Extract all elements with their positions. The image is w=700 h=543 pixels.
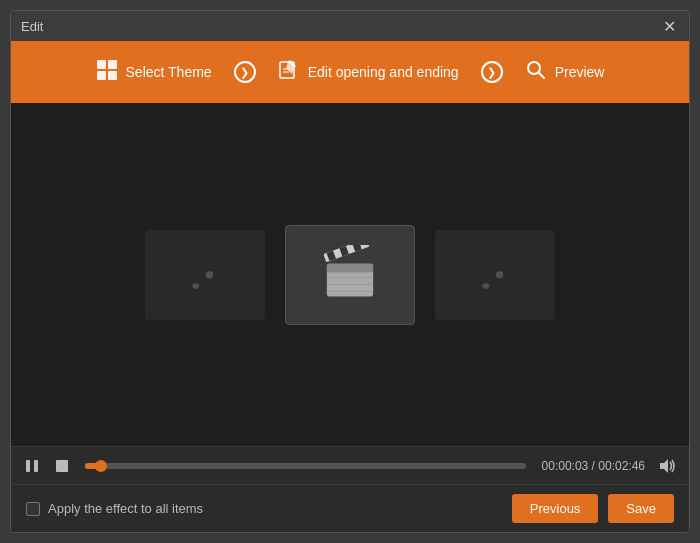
edit-window: Edit ✕ Select Theme ❯ (10, 10, 690, 533)
preview-label: Preview (555, 64, 605, 80)
svg-rect-18 (26, 460, 30, 472)
svg-rect-3 (108, 71, 117, 80)
close-button[interactable]: ✕ (659, 16, 679, 36)
total-time: 00:02:46 (598, 459, 645, 473)
svg-rect-0 (97, 60, 106, 69)
search-icon (525, 59, 547, 86)
svg-line-8 (538, 72, 544, 78)
svg-rect-20 (56, 460, 68, 472)
controls-bar: 00:00:03 / 00:02:46 (11, 446, 689, 484)
apply-text: Apply the effect to all items (48, 501, 203, 516)
progress-track[interactable] (85, 463, 526, 469)
chevron-icon-2: ❯ (487, 66, 496, 79)
apply-label[interactable]: Apply the effect to all items (26, 501, 203, 516)
svg-rect-1 (108, 60, 117, 69)
pause-icon (24, 458, 40, 474)
window-title: Edit (21, 19, 43, 34)
edit-opening-label: Edit opening and ending (308, 64, 459, 80)
select-theme-label: Select Theme (126, 64, 212, 80)
preview-area (11, 103, 689, 446)
pause-button[interactable] (21, 455, 43, 477)
svg-rect-2 (97, 71, 106, 80)
grid-icon (96, 59, 118, 86)
thumbnail-right (435, 230, 555, 320)
toolbar-edit-opening[interactable]: Edit opening and ending (266, 53, 471, 92)
svg-rect-19 (34, 460, 38, 472)
toolbar: Select Theme ❯ Edit opening and ending ❯ (11, 41, 689, 103)
clapper-icon (320, 245, 380, 305)
thumbnail-center (285, 225, 415, 325)
svg-marker-21 (660, 459, 668, 473)
progress-thumb[interactable] (95, 460, 107, 472)
action-buttons: Previous Save (512, 494, 674, 523)
stop-button[interactable] (51, 455, 73, 477)
time-display: 00:00:03 / 00:02:46 (542, 459, 645, 473)
step-separator-1: ❯ (234, 61, 256, 83)
music-icon-left (183, 252, 228, 297)
save-button[interactable]: Save (608, 494, 674, 523)
previous-button[interactable]: Previous (512, 494, 599, 523)
title-bar: Edit ✕ (11, 11, 689, 41)
edit-icon (278, 59, 300, 86)
bottom-bar: Apply the effect to all items Previous S… (11, 484, 689, 532)
step-separator-2: ❯ (481, 61, 503, 83)
chevron-icon-1: ❯ (240, 66, 249, 79)
volume-icon (659, 458, 677, 474)
toolbar-select-theme[interactable]: Select Theme (84, 53, 224, 92)
stop-icon (55, 459, 69, 473)
volume-button[interactable] (657, 455, 679, 477)
thumbnails-container (145, 225, 555, 325)
toolbar-preview[interactable]: Preview (513, 53, 617, 92)
thumbnail-left (145, 230, 265, 320)
apply-checkbox[interactable] (26, 502, 40, 516)
current-time: 00:00:03 (542, 459, 589, 473)
music-icon-right (473, 252, 518, 297)
svg-rect-10 (327, 263, 373, 272)
